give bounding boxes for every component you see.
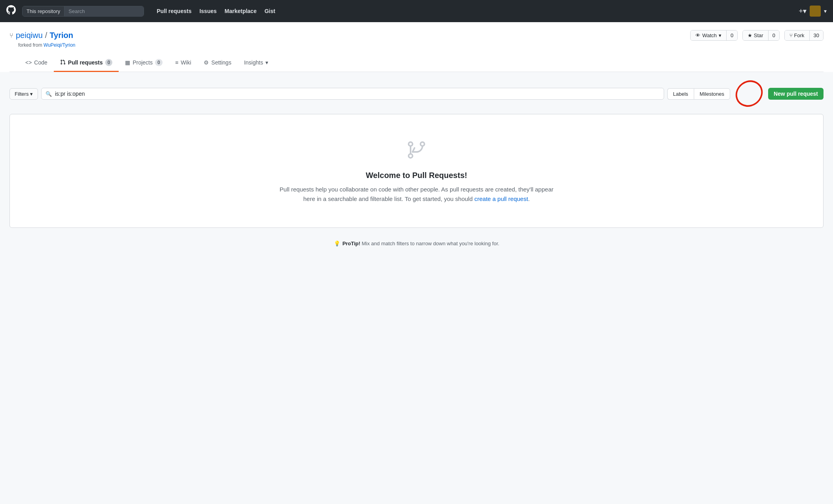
repo-label: This repository (23, 6, 64, 16)
watch-button[interactable]: 👁 Watch ▾ (691, 30, 727, 40)
watch-count[interactable]: 0 (727, 30, 737, 40)
watch-btn-group: 👁 Watch ▾ 0 (690, 30, 738, 41)
pr-empty-title: Welcome to Pull Requests! (18, 171, 815, 180)
nav-marketplace[interactable]: Marketplace (225, 8, 257, 14)
settings-icon: ⚙ (204, 59, 209, 66)
pr-empty-description: Pull requests help you collaborate on co… (278, 185, 555, 204)
milestones-button[interactable]: Milestones (694, 88, 730, 100)
repo-name-link[interactable]: Tyrion (49, 31, 73, 40)
avatar-dropdown[interactable]: ▾ (824, 8, 827, 14)
nav-right: +▾ ▾ (799, 6, 827, 17)
tab-pr-label: Pull requests (68, 59, 103, 66)
main-content: Filters ▾ 🔍 Labels Milestones New pull r… (0, 72, 833, 261)
wiki-icon: ≡ (175, 59, 178, 66)
pr-tab-icon (60, 59, 66, 66)
top-nav: This repository Pull requests Issues Mar… (0, 0, 833, 22)
tab-wiki[interactable]: ≡ Wiki (169, 54, 198, 72)
projects-icon: ▦ (125, 59, 130, 66)
filter-search-wrapper: 🔍 (41, 88, 664, 100)
search-input[interactable] (64, 6, 144, 16)
nav-gist[interactable]: Gist (265, 8, 275, 14)
projects-badge: 0 (155, 59, 163, 66)
lightbulb-icon: 💡 (334, 241, 340, 246)
fork-btn-group: ⑂ Fork 30 (784, 30, 824, 41)
star-button[interactable]: ★ Star (743, 30, 768, 40)
repo-search-wrapper: This repository (22, 6, 144, 17)
filter-label: Filters ▾ (15, 91, 33, 97)
pr-empty-box: Welcome to Pull Requests! Pull requests … (9, 114, 824, 228)
nav-pull-requests[interactable]: Pull requests (157, 8, 191, 14)
pr-badge: 0 (105, 59, 113, 66)
tab-insights[interactable]: Insights ▾ (238, 54, 275, 72)
create-pr-link[interactable]: create a pull request (474, 195, 528, 202)
label-milestone-group: Labels Milestones (667, 88, 730, 100)
labels-button[interactable]: Labels (667, 88, 694, 100)
nav-links: Pull requests Issues Marketplace Gist (157, 8, 275, 14)
fork-button[interactable]: ⑂ Fork (785, 30, 810, 40)
annotation-circle (733, 77, 765, 110)
forked-from-label: forked from (18, 42, 42, 48)
tab-projects[interactable]: ▦ Projects 0 (119, 54, 168, 72)
tab-code-label: Code (34, 59, 47, 66)
avatar[interactable] (810, 6, 821, 17)
filter-search-input[interactable] (55, 91, 660, 97)
pro-tip: 💡 ProTip! Mix and match filters to narro… (9, 234, 824, 253)
tab-pull-requests[interactable]: Pull requests 0 (54, 54, 119, 72)
filter-bar: Filters ▾ 🔍 Labels Milestones New pull r… (9, 80, 824, 108)
tab-settings[interactable]: ⚙ Settings (197, 54, 238, 72)
repo-fork-icon: ⑂ (9, 32, 13, 39)
pro-tip-text: ProTip! Mix and match filters to narrow … (343, 241, 500, 246)
insights-chevron-icon: ▾ (265, 59, 268, 66)
nav-issues[interactable]: Issues (199, 8, 217, 14)
repo-header: ⑂ peiqiwu / Tyrion 👁 Watch ▾ 0 (0, 22, 833, 72)
star-btn-group: ★ Star 0 (742, 30, 780, 41)
tab-projects-label: Projects (133, 59, 153, 66)
repo-owner-link[interactable]: peiqiwu (16, 31, 43, 40)
star-count[interactable]: 0 (769, 30, 779, 40)
code-icon: <> (25, 59, 32, 66)
repo-separator: / (45, 31, 47, 40)
filters-button[interactable]: Filters ▾ (9, 88, 38, 100)
repo-title: ⑂ peiqiwu / Tyrion (9, 31, 73, 40)
repo-actions: 👁 Watch ▾ 0 ★ Star 0 ⑂ Fork (690, 30, 824, 41)
star-label: ★ Star (748, 32, 763, 38)
filter-search-icon: 🔍 (45, 91, 52, 97)
watch-label: Watch (702, 32, 717, 38)
annotation-wrapper (733, 80, 765, 108)
fork-label: ⑂ Fork (789, 32, 805, 38)
tab-wiki-label: Wiki (181, 59, 191, 66)
new-pull-request-button[interactable]: New pull request (768, 88, 824, 100)
tab-insights-label: Insights (244, 59, 263, 66)
forked-from: forked from WuPeiqi/Tyrion (9, 42, 824, 48)
github-logo[interactable] (6, 5, 16, 17)
new-item-button[interactable]: +▾ (799, 7, 806, 15)
watch-dropdown-icon: ▾ (719, 32, 721, 38)
repo-tabs: <> Code Pull requests 0 ▦ Projects 0 ≡ W… (9, 54, 824, 72)
pr-empty-icon (18, 138, 815, 163)
forked-from-link[interactable]: WuPeiqi/Tyrion (44, 42, 75, 48)
eye-icon: 👁 (695, 32, 700, 38)
fork-count[interactable]: 30 (810, 30, 823, 40)
tab-settings-label: Settings (211, 59, 231, 66)
tab-code[interactable]: <> Code (19, 54, 54, 72)
